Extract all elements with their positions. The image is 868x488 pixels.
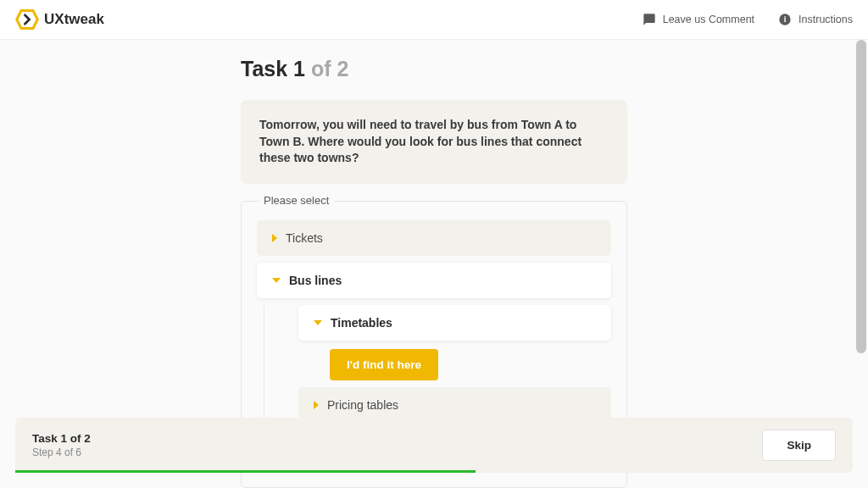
- app-header: UXtweak Leave us Comment i Instructions: [0, 0, 868, 40]
- logo-icon: [15, 8, 39, 31]
- caret-right-icon: [272, 234, 277, 242]
- logo-text: UXtweak: [44, 11, 104, 28]
- logo: UXtweak: [15, 8, 104, 31]
- caret-down-icon: [314, 320, 322, 325]
- footer-bar: Task 1 of 2 Step 4 of 6 Skip: [15, 418, 853, 473]
- caret-down-icon: [272, 278, 281, 283]
- scrollbar[interactable]: [856, 40, 866, 353]
- tree-item-bus-lines[interactable]: Bus lines: [257, 263, 611, 298]
- tree-item-label: Bus lines: [289, 274, 342, 287]
- tree-item-timetables[interactable]: Timetables: [298, 305, 611, 341]
- instructions-button[interactable]: i Instructions: [778, 13, 853, 26]
- header-actions: Leave us Comment i Instructions: [643, 13, 853, 26]
- leave-comment-button[interactable]: Leave us Comment: [643, 13, 754, 26]
- caret-right-icon: [314, 401, 319, 409]
- task-title: Task 1 of 2: [241, 57, 627, 81]
- tree-item-label: Timetables: [331, 316, 392, 330]
- tree-item-label: Pricing tables: [327, 398, 398, 412]
- tree-item-tickets[interactable]: Tickets: [257, 220, 611, 256]
- skip-button[interactable]: Skip: [762, 430, 836, 461]
- comment-icon: [643, 13, 656, 26]
- svg-text:i: i: [784, 15, 787, 24]
- footer-text: Task 1 of 2 Step 4 of 6: [32, 432, 91, 458]
- footer-step-label: Step 4 of 6: [32, 446, 91, 458]
- info-icon: i: [778, 13, 792, 26]
- svg-marker-0: [17, 11, 38, 29]
- progress-bar: [15, 470, 476, 473]
- task-description: Tomorrow, you will need to travel by bus…: [241, 100, 627, 184]
- select-label: Please select: [259, 194, 334, 207]
- tree-item-label: Tickets: [286, 231, 323, 245]
- footer-task-label: Task 1 of 2: [32, 432, 91, 445]
- found-here-button[interactable]: I'd find it here: [330, 349, 438, 380]
